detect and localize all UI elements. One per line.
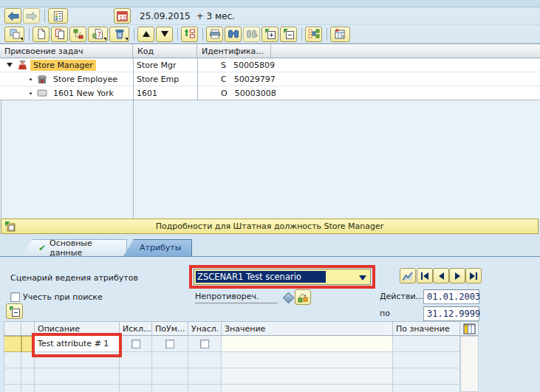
delimit-button[interactable]: 7: [88, 27, 108, 42]
value-cell[interactable]: [222, 368, 393, 385]
description-cell[interactable]: [35, 368, 120, 385]
delete-button[interactable]: [109, 27, 129, 42]
date-period-button[interactable]: 12: [114, 8, 131, 24]
default-checkbox[interactable]: [165, 340, 174, 348]
node-label[interactable]: Store Employee: [50, 74, 120, 85]
find-next-button[interactable]: [243, 27, 260, 42]
tree-row-store-manager[interactable]: Store Manager Store Mgr S 50005809: [0, 58, 540, 72]
toolbar-separator: [134, 28, 134, 41]
default-cell: [152, 385, 188, 392]
by-value-cell[interactable]: [393, 385, 460, 392]
table-row-empty[interactable]: [4, 385, 479, 392]
annotation-rectangle-attribute: [32, 333, 122, 357]
tree-left-border: [1, 100, 1, 219]
org-structure-icon: [308, 28, 320, 40]
previous-record-button[interactable]: [433, 268, 449, 283]
first-record-icon: [421, 272, 428, 280]
chart-button[interactable]: [400, 268, 416, 283]
tab-basic-data[interactable]: ✔ Основные данные: [21, 239, 127, 256]
back-button[interactable]: [4, 8, 21, 24]
transfer-button[interactable]: [295, 289, 311, 305]
price-planning-button[interactable]: [330, 27, 350, 42]
find-next-icon: [246, 28, 258, 40]
table-settings-icon[interactable]: [463, 323, 476, 334]
tab-attributes[interactable]: Атрибуты: [123, 239, 192, 256]
column-header-by-value[interactable]: По значение: [393, 321, 460, 336]
legend-button[interactable]: [48, 8, 68, 24]
column-header-excluded[interactable]: Искл...: [120, 321, 152, 336]
tab-label: Атрибуты: [140, 243, 181, 252]
default-cell: [152, 336, 188, 352]
row-selector-cell[interactable]: [21, 368, 35, 385]
column-label: Унасл.: [191, 324, 219, 334]
valid-from-input[interactable]: 01.01.2003: [423, 289, 479, 304]
row-selector-cell[interactable]: [4, 385, 21, 392]
collapse-all-button[interactable]: [6, 303, 23, 319]
valid-to-input[interactable]: 31.12.9999: [423, 306, 479, 321]
next-record-button[interactable]: [449, 268, 465, 283]
price-planning-icon: [334, 28, 346, 40]
tree-row-store-employee[interactable]: Store Employee Store Emp C 50029797: [0, 72, 540, 86]
create-org-object-button[interactable]: [69, 27, 86, 42]
toolbar-separator: [202, 28, 203, 41]
collapse-node-button[interactable]: [280, 27, 297, 42]
tree-row-new-york[interactable]: 1601 New York 1601 O 50003008: [0, 86, 540, 100]
move-down-button[interactable]: [156, 27, 173, 42]
row-selector-cell[interactable]: [4, 368, 21, 385]
by-value-cell[interactable]: [393, 368, 460, 385]
value-cell[interactable]: [222, 385, 393, 392]
last-record-button[interactable]: [465, 268, 482, 283]
by-value-cell[interactable]: [393, 352, 460, 368]
object-id-text: 50003008: [235, 89, 276, 98]
tree-cell-id: S 50005809: [197, 61, 271, 70]
forward-button[interactable]: [23, 8, 40, 24]
first-record-button[interactable]: [417, 268, 433, 283]
row-selector-cell[interactable]: [4, 336, 21, 352]
delimit-icon: 7: [92, 28, 104, 40]
column-header-default[interactable]: ПоУм...: [152, 321, 188, 336]
row-selector-cell[interactable]: [21, 385, 35, 392]
create-button[interactable]: [33, 27, 49, 42]
tree-column-header-code[interactable]: Код: [133, 44, 197, 58]
inherited-checkbox[interactable]: [200, 340, 209, 348]
code-text: Store Mgr: [137, 61, 177, 70]
details-icon[interactable]: [4, 221, 16, 232]
move-up-button[interactable]: [137, 27, 154, 42]
table-row-empty[interactable]: [4, 368, 479, 385]
description-cell[interactable]: [35, 385, 120, 392]
one-level-up-button[interactable]: [181, 27, 198, 42]
valid-to-label: по: [380, 309, 390, 318]
org-structure-button[interactable]: [305, 27, 322, 42]
tree-column-header-id[interactable]: Идентифика...: [197, 44, 271, 58]
expand-node-button[interactable]: [262, 27, 278, 42]
expanded-node-icon[interactable]: [7, 63, 13, 67]
row-selector-header: [4, 321, 21, 336]
display-mode-button[interactable]: [4, 27, 24, 42]
column-header-value[interactable]: Значение: [222, 321, 393, 336]
by-value-cell[interactable]: [393, 336, 460, 352]
node-label[interactable]: Store Manager: [30, 60, 96, 71]
object-type-text: S: [221, 61, 226, 70]
delete-icon: [114, 28, 126, 40]
position-icon: [17, 60, 27, 70]
value-cell[interactable]: [222, 352, 393, 368]
find-button[interactable]: [225, 27, 242, 42]
tree-column-header-assignment[interactable]: Присвоение задач: [0, 44, 133, 58]
details-header-bar: Подробности для Штатная должность Store …: [1, 219, 539, 234]
row-selector-cell[interactable]: [4, 352, 21, 368]
print-button[interactable]: [206, 27, 223, 42]
table-config-cell: [460, 321, 479, 336]
transfer-icon: [297, 292, 309, 303]
search-checkbox[interactable]: [10, 292, 20, 302]
table-vertical-scrollbar[interactable]: [460, 336, 479, 392]
copy-button[interactable]: [51, 27, 68, 42]
inherited-cell: [188, 352, 222, 368]
excluded-checkbox[interactable]: [131, 340, 140, 348]
calendar-icon: 12: [116, 10, 129, 22]
collapse-node-icon: [283, 28, 295, 40]
expand-node-icon: [264, 28, 276, 40]
value-cell[interactable]: [222, 336, 393, 352]
column-header-inherited[interactable]: Унасл.: [188, 321, 222, 336]
node-label[interactable]: 1601 New York: [50, 88, 117, 99]
tree-column-divider: [133, 58, 134, 219]
